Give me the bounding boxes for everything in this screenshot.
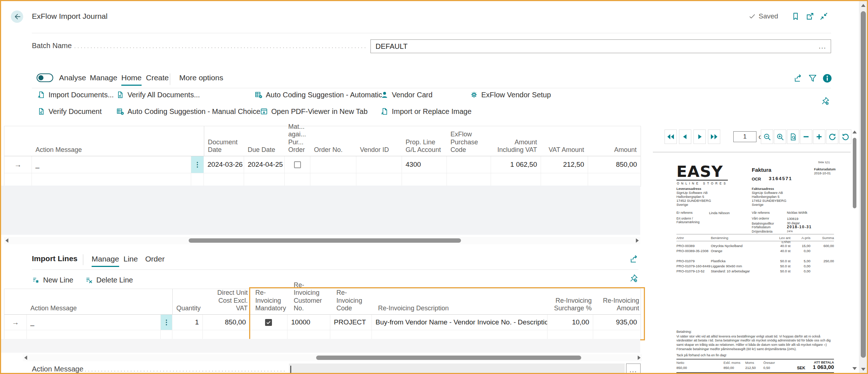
import-lines-hscroll-thumb[interactable]: [316, 356, 581, 360]
analyse-toggle[interactable]: [37, 73, 53, 82]
col-line-action-message[interactable]: Action Message: [27, 289, 161, 314]
first-page-button[interactable]: [664, 129, 677, 144]
page-vscrollbar[interactable]: [859, 1, 868, 373]
tab-manage[interactable]: Manage: [90, 73, 117, 85]
col-purchase-code[interactable]: ExFlow Purchase Code: [447, 126, 491, 156]
share-button[interactable]: [793, 73, 804, 84]
delete-line-button[interactable]: Delete Line: [85, 275, 133, 285]
import-lines-hscrollbar[interactable]: [23, 354, 642, 361]
more-options[interactable]: More options: [179, 73, 223, 85]
refresh-image-button[interactable]: [826, 129, 838, 144]
reinvoicing-description-cell[interactable]: Buy-from Vendor Name - Vendor Invoice No…: [372, 315, 548, 330]
collapse-button[interactable]: [819, 11, 829, 21]
col-gl-account[interactable]: Prop. Line G/L Account: [402, 126, 447, 156]
quantity-cell[interactable]: 1: [172, 315, 203, 330]
col-reinvoicing-customer-no[interactable]: Re-Invoicing Customer No.: [290, 289, 333, 314]
pdf-vscrollbar[interactable]: [852, 128, 857, 373]
col-reinvoicing-description[interactable]: Re-Invoicing Description: [374, 289, 550, 314]
reinvoicing-surcharge-cell[interactable]: 10,00: [548, 315, 593, 330]
scroll-up-arrow[interactable]: [861, 4, 865, 7]
pdf-vscroll-thumb[interactable]: [853, 138, 856, 208]
col-vendor-id[interactable]: Vendor ID: [356, 126, 402, 156]
amount-incl-vat-cell[interactable]: 1 062,50: [491, 156, 541, 173]
journal-hscrollbar[interactable]: [4, 237, 640, 244]
shrink-view-button[interactable]: [800, 129, 812, 144]
purchase-code-cell[interactable]: [447, 156, 491, 173]
col-amount-incl-vat[interactable]: Amount Including VAT: [491, 126, 541, 156]
batch-name-input[interactable]: [371, 42, 814, 51]
scroll-down-arrow[interactable]: [861, 368, 865, 371]
journal-hscroll-thumb[interactable]: [189, 238, 461, 243]
row-more-options-button[interactable]: ⋮: [191, 156, 204, 173]
gl-account-cell[interactable]: 4300: [402, 156, 447, 173]
open-in-new-window-button[interactable]: [805, 11, 815, 21]
zoom-out-button[interactable]: [761, 129, 773, 144]
import-replace-image-button[interactable]: Import or Replace Image: [381, 106, 471, 117]
next-page-button[interactable]: [693, 129, 706, 144]
page-vscroll-thumb[interactable]: [861, 11, 866, 358]
action-message-cell[interactable]: _: [32, 156, 191, 173]
tab-create[interactable]: Create: [146, 73, 169, 85]
col-match-purchase-order[interactable]: Mat... agai... Pur... Order: [285, 126, 310, 156]
scroll-down-arrow[interactable]: [852, 367, 857, 370]
match-po-checkbox[interactable]: [294, 161, 301, 168]
exflow-vendor-setup-button[interactable]: ExFlow Vendor Setup: [470, 89, 551, 100]
scroll-left-arrow[interactable]: [24, 356, 27, 360]
import-lines-share-button[interactable]: [629, 254, 640, 264]
reset-view-button[interactable]: [839, 129, 851, 144]
col-reinvoicing-code[interactable]: Re-Invoicing Code: [333, 289, 374, 314]
scroll-right-arrow[interactable]: [638, 356, 641, 360]
due-date-cell[interactable]: 2024-04-25: [244, 156, 285, 173]
scroll-right-arrow[interactable]: [636, 238, 639, 243]
info-button[interactable]: [822, 73, 833, 84]
order-no-cell[interactable]: [310, 156, 356, 173]
col-due-date[interactable]: Due Date: [244, 126, 285, 156]
vat-amount-cell[interactable]: 212,50: [541, 156, 588, 173]
col-reinvoicing-surcharge[interactable]: Re-Invoicing Surcharge %: [550, 289, 596, 314]
col-vat-amount[interactable]: VAT Amount: [541, 126, 588, 156]
bookmark-button[interactable]: [791, 11, 801, 21]
reinvoicing-mandatory-checkbox[interactable]: [265, 319, 272, 326]
reinvoicing-amount-cell[interactable]: 935,00: [593, 315, 641, 330]
zoom-in-button[interactable]: [774, 129, 786, 144]
page-number-input[interactable]: [733, 131, 756, 142]
col-direct-unit-cost[interactable]: Direct Unit Cost Excl. VAT: [205, 289, 252, 314]
col-action-message[interactable]: Action Message: [32, 126, 191, 156]
line-action-message-cell[interactable]: _: [27, 315, 161, 330]
scroll-up-arrow[interactable]: [852, 131, 857, 133]
amount-cell[interactable]: 850,00: [588, 156, 641, 173]
filter-button[interactable]: [807, 73, 818, 84]
tab-import-lines-line[interactable]: Line: [123, 255, 138, 266]
verify-all-documents-button[interactable]: Verify All Documents...: [116, 89, 200, 100]
tab-import-lines-order[interactable]: Order: [145, 255, 165, 266]
col-reinvoicing-amount[interactable]: Re-Invoicing Amount: [596, 289, 643, 314]
document-date-cell[interactable]: 2024-03-26: [204, 156, 244, 173]
reinvoicing-code-cell[interactable]: PROJECT: [330, 315, 372, 330]
last-page-button[interactable]: [708, 129, 720, 144]
col-reinvoicing-mandatory[interactable]: Re-Invoicing Mandatory: [252, 289, 290, 314]
col-amount[interactable]: Amount: [588, 126, 641, 156]
verify-document-button[interactable]: Verify Document: [37, 106, 102, 117]
fit-page-button[interactable]: [787, 129, 799, 144]
reinvoicing-customer-no-cell[interactable]: 10000: [288, 315, 330, 330]
grow-view-button[interactable]: [813, 129, 825, 144]
tab-import-lines-manage[interactable]: Manage: [92, 255, 119, 267]
tab-analyse[interactable]: Analyse: [59, 73, 86, 85]
unpin-actionbar-button[interactable]: [820, 96, 830, 106]
unpin-import-lines-button[interactable]: [629, 273, 639, 283]
col-order-no[interactable]: Order No.: [310, 126, 356, 156]
row-more-options-button[interactable]: ⋮: [161, 315, 172, 330]
auto-coding-automatic-button[interactable]: Auto Coding Suggestion - Automatic: [255, 89, 382, 100]
footer-assist-edit-button[interactable]: ...: [626, 364, 641, 374]
vendor-card-button[interactable]: Vendor Card: [381, 89, 432, 100]
new-line-button[interactable]: New Line: [32, 275, 73, 285]
batch-name-field[interactable]: ...: [370, 39, 831, 53]
footer-action-message-input[interactable]: [289, 364, 625, 374]
batch-name-lookup-button[interactable]: ...: [814, 44, 831, 48]
auto-coding-manual-button[interactable]: Auto Coding Suggestion - Manual Choice: [116, 106, 260, 117]
tab-home[interactable]: Home: [121, 73, 142, 86]
import-documents-button[interactable]: Import Documents...: [37, 89, 114, 100]
previous-page-button[interactable]: [679, 129, 691, 144]
col-document-date[interactable]: Document Date: [204, 126, 244, 156]
vendor-id-cell[interactable]: [356, 156, 402, 173]
